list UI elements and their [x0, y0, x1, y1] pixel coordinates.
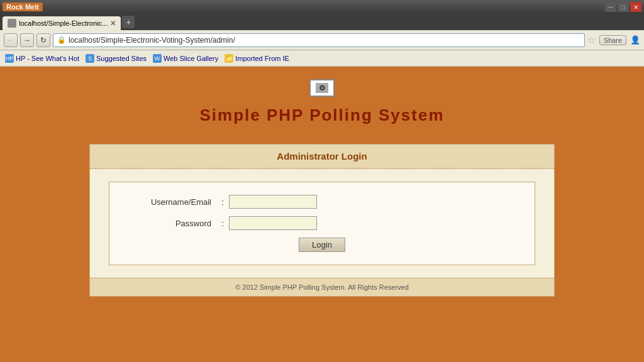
new-tab-button[interactable]: +: [122, 16, 135, 28]
bookmark-ie-icon: 📁: [225, 54, 233, 63]
login-form-area: Username/Email : Password : Login: [90, 169, 554, 278]
address-bar-actions: ☆ Share 👤: [587, 35, 640, 46]
bookmark-slice-icon: W: [153, 54, 162, 63]
title-bar-left: Rock Melt: [3, 3, 43, 11]
login-btn-row: Login: [128, 238, 516, 252]
tab-label: localhost/Simple-Electronic...: [19, 19, 108, 27]
bookmark-ie-label: Imported From IE: [235, 55, 289, 62]
bookmark-ie[interactable]: 📁 Imported From IE: [225, 54, 289, 63]
username-input[interactable]: [229, 195, 317, 209]
login-footer: © 2012 Simple PHP Polling System. All Ri…: [90, 278, 554, 296]
refresh-icon: ↻: [40, 36, 47, 45]
maximize-button[interactable]: □: [618, 2, 629, 12]
bookmark-suggested-label: Suggested Sites: [96, 55, 147, 62]
password-row: Password :: [128, 216, 516, 230]
username-label: Username/Email: [128, 197, 216, 207]
minimize-button[interactable]: ─: [605, 2, 616, 12]
window-controls: ─ □ ✕: [605, 2, 641, 12]
tab-close-icon[interactable]: ✕: [110, 19, 116, 28]
password-separator: :: [216, 219, 229, 228]
bookmark-slice-label: Web Slice Gallery: [164, 55, 218, 62]
site-icon-wrapper: ⚙: [309, 79, 335, 97]
login-box: Administrator Login Username/Email : Pas…: [89, 144, 555, 297]
forward-icon: →: [23, 36, 31, 45]
page-content: ⚙ Simple PHP Polling System Administrato…: [0, 67, 644, 362]
tabs-bar: localhost/Simple-Electronic... ✕ +: [0, 14, 644, 30]
address-bar[interactable]: 🔒 localhost/Simple-Electronic-Voting-Sys…: [53, 33, 585, 47]
password-label: Password: [128, 219, 216, 228]
tab-favicon: [8, 19, 16, 28]
username-separator: :: [216, 197, 229, 207]
site-icon: ⚙: [316, 83, 328, 93]
login-header: Administrator Login: [90, 145, 554, 169]
start-menu-button[interactable]: Rock Melt: [3, 3, 43, 11]
username-row: Username/Email :: [128, 195, 516, 209]
bookmarks-bar: HP HP - See What's Hot S Suggested Sites…: [0, 50, 644, 67]
forward-button[interactable]: →: [20, 33, 34, 47]
close-button[interactable]: ✕: [630, 2, 641, 12]
login-button[interactable]: Login: [299, 238, 345, 252]
bookmark-hp[interactable]: HP HP - See What's Hot: [5, 54, 79, 63]
favorites-icon[interactable]: ☆: [587, 35, 596, 46]
refresh-button[interactable]: ↻: [36, 33, 50, 47]
password-input[interactable]: [229, 216, 317, 230]
login-header-title: Administrator Login: [277, 151, 367, 162]
bookmark-slice[interactable]: W Web Slice Gallery: [153, 54, 218, 63]
bookmark-hp-label: HP - See What's Hot: [16, 55, 79, 62]
address-text: localhost/Simple-Electronic-Voting-Syste…: [69, 36, 580, 45]
login-inner-box: Username/Email : Password : Login: [109, 182, 535, 265]
footer-text: © 2012 Simple PHP Polling System. All Ri…: [235, 283, 409, 291]
bookmark-suggested[interactable]: S Suggested Sites: [86, 54, 147, 63]
bookmark-suggested-icon: S: [86, 54, 94, 63]
bookmark-hp-icon: HP: [5, 54, 14, 63]
address-bar-row: ← → ↻ 🔒 localhost/Simple-Electronic-Voti…: [0, 30, 644, 50]
back-icon: ←: [7, 36, 14, 45]
person-icon[interactable]: 👤: [630, 35, 640, 45]
share-button[interactable]: Share: [599, 35, 626, 45]
active-tab[interactable]: localhost/Simple-Electronic... ✕: [3, 16, 121, 30]
browser-window: Rock Melt ─ □ ✕ localhost/Simple-Electro…: [0, 0, 644, 362]
title-bar: Rock Melt ─ □ ✕: [0, 0, 644, 14]
page-title: Simple PHP Polling System: [199, 106, 444, 125]
share-label: Share: [604, 36, 622, 44]
address-icon: 🔒: [57, 36, 66, 44]
back-button[interactable]: ←: [4, 33, 18, 47]
